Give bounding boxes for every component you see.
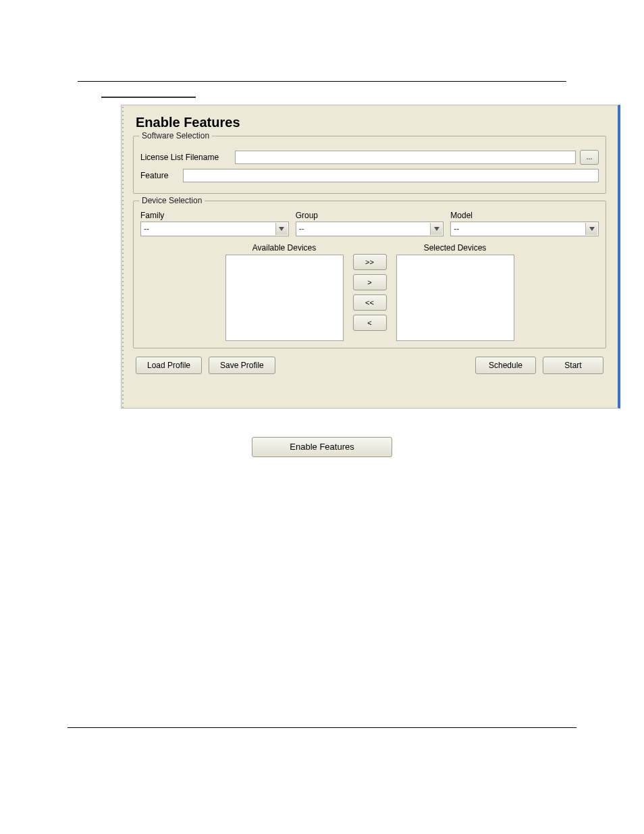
family-dropdown[interactable]: -- xyxy=(140,221,289,236)
move-all-left-button[interactable]: << xyxy=(353,294,387,311)
enable-features-panel: Enable Features Software Selection Licen… xyxy=(121,105,620,409)
enable-features-button[interactable]: Enable Features xyxy=(252,437,392,457)
move-right-button[interactable]: > xyxy=(353,274,387,290)
model-value: -- xyxy=(454,224,459,234)
chevron-down-icon xyxy=(585,223,597,235)
group-dropdown[interactable]: -- xyxy=(296,221,444,236)
model-label: Model xyxy=(450,211,593,220)
group-value: -- xyxy=(299,224,304,234)
software-selection-group: Software Selection License List Filename… xyxy=(133,136,606,194)
move-left-button[interactable]: < xyxy=(353,315,387,331)
load-profile-button[interactable]: Load Profile xyxy=(136,357,202,374)
browse-button[interactable]: ... xyxy=(580,150,599,165)
family-value: -- xyxy=(144,224,149,234)
start-button[interactable]: Start xyxy=(543,357,603,374)
move-all-right-button[interactable]: >> xyxy=(353,254,387,270)
panel-title: Enable Features xyxy=(136,115,606,130)
bottom-divider xyxy=(68,727,576,728)
schedule-button[interactable]: Schedule xyxy=(475,357,536,374)
save-profile-button[interactable]: Save Profile xyxy=(209,357,275,374)
top-divider xyxy=(78,81,566,82)
family-label: Family xyxy=(140,211,284,220)
license-filename-input[interactable] xyxy=(235,151,576,164)
chevron-down-icon xyxy=(430,223,442,235)
model-dropdown[interactable]: -- xyxy=(450,221,599,236)
selected-devices-label: Selected Devices xyxy=(424,243,487,253)
feature-label: Feature xyxy=(140,171,178,180)
available-devices-label: Available Devices xyxy=(252,243,317,253)
device-selection-legend: Device Selection xyxy=(139,196,205,205)
available-devices-list[interactable] xyxy=(225,255,344,341)
feature-input[interactable] xyxy=(183,169,599,182)
license-filename-label: License List Filename xyxy=(140,153,230,162)
chevron-down-icon xyxy=(275,223,288,235)
group-label: Group xyxy=(296,211,439,220)
left-dotted-edge xyxy=(122,105,124,408)
device-selection-group: Device Selection Family -- Group xyxy=(133,201,606,348)
software-selection-legend: Software Selection xyxy=(139,131,212,140)
selected-devices-list[interactable] xyxy=(396,255,514,341)
underline-decoration xyxy=(101,87,196,98)
